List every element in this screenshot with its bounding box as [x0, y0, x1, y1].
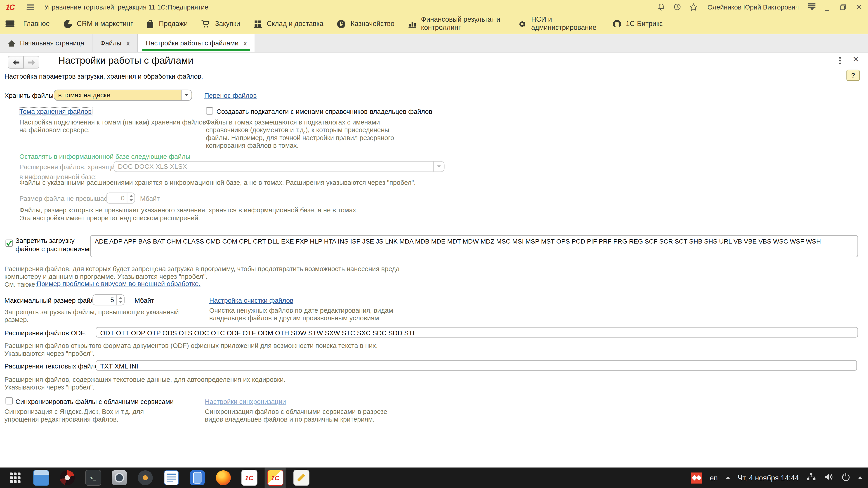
odf-extensions-input[interactable]: ODT OTT ODP OTP ODS OTS ODC OTC ODF OTF … [96, 327, 858, 337]
layout-switch-icon[interactable] [725, 477, 730, 479]
taskbar-app-phone[interactable] [186, 467, 208, 488]
camera-icon [112, 470, 126, 485]
storage-volumes-link[interactable]: Тома хранения файлов [20, 108, 92, 116]
window-title: Управление торговлей, редакция 11 1С:Пре… [44, 3, 209, 11]
history-icon[interactable] [673, 2, 682, 11]
app-grid-button[interactable] [4, 467, 26, 488]
window-titlebar: 1С Управление торговлей, редакция 11 1С:… [0, 0, 868, 14]
deny-extensions-note-line1: Расширения файлов, для которых будет зап… [4, 265, 625, 273]
keyboard-layout[interactable]: en [710, 474, 718, 482]
open-windows-tabbar: Начальная страница Файлы x Настройки раб… [0, 34, 868, 53]
tab-file-settings[interactable]: Настройки работы с файлами x [138, 34, 255, 52]
odf-note-line1: Расширения файлов открытого формата доку… [4, 342, 625, 350]
taskbar-app-camera[interactable] [108, 467, 129, 488]
firefox-icon [216, 470, 230, 485]
home-icon [8, 39, 16, 47]
section-bitrix[interactable]: 1С-Битрикс [612, 19, 663, 29]
combo-dropdown-icon [434, 162, 444, 171]
tray-expand-icon[interactable] [858, 477, 863, 479]
tray-1c-icon[interactable] [691, 472, 702, 483]
taskbar-app-1c-enterprise[interactable]: 1С [239, 467, 260, 488]
tab-files-close-icon[interactable]: x [126, 40, 130, 46]
form-subtitle: Настройка параметров загрузки, хранения … [4, 72, 203, 80]
cloud-sync-label[interactable]: Синхронизировать файлы с облачными серви… [16, 398, 174, 405]
deny-extensions-label-line2[interactable]: файлов с расширениями: [16, 245, 95, 253]
virus-example-link[interactable]: Пример проблемы с вирусом во внешней обр… [37, 280, 200, 288]
sync-settings-link[interactable]: Настройки синхронизации [205, 398, 286, 405]
terminal-icon: >_ [85, 470, 101, 486]
section-purchases[interactable]: Закупки [201, 20, 240, 28]
section-warehouse[interactable]: Склад и доставка [253, 20, 323, 28]
minimize-button[interactable]: _ [823, 3, 831, 11]
taskbar-app-firefox[interactable] [213, 467, 234, 488]
power-icon[interactable] [841, 472, 850, 483]
section-admin[interactable]: НСИ и администрирование [518, 15, 599, 32]
max-file-size-spinner[interactable]: 5 [92, 294, 125, 305]
create-subdirs-label[interactable]: Создавать подкаталоги с именами справочн… [217, 108, 432, 116]
restore-button[interactable] [839, 2, 847, 11]
more-menu-icon[interactable] [839, 57, 841, 64]
create-subdirs-checkbox[interactable] [206, 107, 213, 115]
taskbar-app-writer[interactable] [160, 467, 182, 488]
tools-menu-icon[interactable] [808, 3, 815, 11]
store-files-combo[interactable]: в томах на диске [54, 90, 192, 101]
forward-button[interactable] [24, 56, 39, 68]
taskbar-app-1c-enterprise-active[interactable]: 1С [265, 467, 286, 488]
storage-volumes-note: Настройка подключения к томам (папкам) х… [20, 119, 212, 134]
tab-home[interactable]: Начальная страница [0, 34, 92, 52]
taskbar-app-recorder[interactable] [134, 467, 156, 488]
screen: 1С Управление торговлей, редакция 11 1С:… [0, 0, 868, 488]
section-main[interactable]: Главное [23, 20, 50, 28]
tab-file-settings-close-icon[interactable]: x [243, 40, 247, 46]
help-button[interactable]: ? [846, 70, 860, 81]
page-title: Настройки работы с файлами [58, 55, 193, 66]
close-window-button[interactable]: ✕ [855, 3, 864, 11]
text-extensions-input[interactable]: TXT XML INI [96, 360, 857, 371]
combo-dropdown-icon[interactable] [181, 90, 192, 100]
file-size-note-line2: Эта настройка имеет приоритет над списко… [20, 214, 628, 222]
odf-extensions-label: Расширения файлов ODF: [4, 329, 87, 337]
cloud-sync-note-left: Синхронизация с Яндекс.Диск, Box и т.д. … [4, 408, 176, 423]
volume-icon[interactable] [824, 472, 834, 483]
hamburger-menu-icon[interactable] [5, 21, 14, 27]
software-box-icon [33, 470, 49, 486]
main-menu-icon[interactable] [26, 4, 34, 9]
deny-extensions-checkbox[interactable] [5, 239, 13, 247]
text-extensions-note-line2: Указываются через "пробел". [4, 383, 625, 391]
current-user[interactable]: Олейников Юрий Викторович [708, 3, 799, 11]
favorites-star-icon[interactable] [689, 2, 698, 11]
file-size-limit-unit: Мбайт [140, 195, 160, 202]
taskbar-app-text-editor[interactable] [291, 467, 312, 488]
phone-icon [190, 470, 205, 485]
gear-icon [518, 19, 527, 29]
section-finance[interactable]: Финансовый результат и контроллинг [408, 15, 504, 32]
bitrix-icon [612, 19, 622, 29]
clock[interactable]: Чт, 4 ноября 14:44 [738, 474, 799, 482]
text-editor-icon [293, 470, 309, 486]
taskbar-app-terminal[interactable]: >_ [83, 467, 103, 488]
form-close-icon[interactable]: ✕ [852, 55, 859, 64]
document-icon [164, 470, 179, 485]
transfer-files-link[interactable]: Перенос файлов [204, 92, 257, 100]
section-sales[interactable]: Продажи [146, 19, 188, 29]
cleanup-settings-link[interactable]: Настройка очистки файлов [209, 297, 293, 304]
deny-extensions-label-line1[interactable]: Запретить загрузку [16, 237, 74, 245]
section-crm[interactable]: CRM и маркетинг [63, 19, 133, 29]
spinner-arrows-icon[interactable] [116, 295, 124, 305]
back-button[interactable] [8, 56, 24, 68]
1c-app-active-icon: 1С [267, 470, 283, 486]
section-treasury[interactable]: Казначейство [337, 19, 395, 29]
notifications-bell-icon[interactable] [657, 2, 666, 11]
see-also-label: См. также: [4, 281, 37, 288]
taskbar-app-software-box[interactable] [31, 467, 52, 488]
ruble-icon [337, 19, 346, 29]
deny-extensions-input[interactable]: ADE ADP APP BAS BAT CHM CLASS CMD COM CP… [90, 235, 858, 257]
checkmark-icon [6, 240, 12, 246]
1c-app-icon: 1С [241, 470, 257, 486]
odf-note-line2: Указываются через "пробел". [4, 350, 625, 357]
tab-files[interactable]: Файлы x [92, 34, 138, 52]
cleanup-note: Очистка ненужных файлов по дате редактир… [209, 306, 404, 322]
cloud-sync-checkbox[interactable] [5, 397, 13, 404]
taskbar-app-disc[interactable] [57, 467, 78, 488]
network-icon[interactable] [807, 472, 816, 483]
